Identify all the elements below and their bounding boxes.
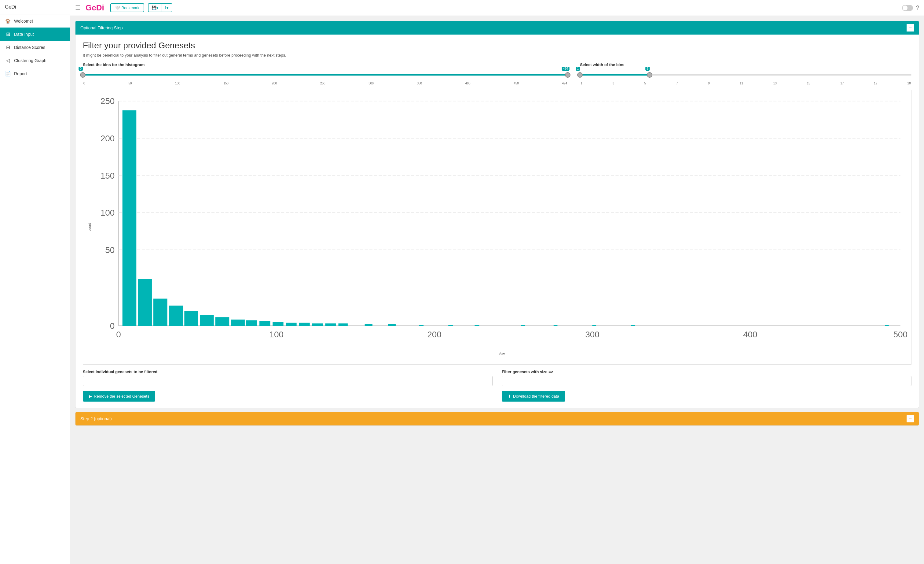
svg-rect-19	[123, 110, 136, 326]
svg-rect-41	[554, 325, 558, 326]
main-content: Optional Filtering Step − Filter your pr…	[70, 16, 924, 564]
svg-rect-28	[260, 321, 270, 326]
collapse-step2-button[interactable]: −	[907, 415, 914, 423]
topbar-right: ?	[902, 5, 919, 11]
help-icon[interactable]: ?	[916, 5, 919, 11]
menu-icon[interactable]: ☰	[75, 4, 81, 12]
inputs-row: Select individual genesets to be filtere…	[83, 370, 912, 386]
chart-y-label: count	[88, 223, 92, 232]
info-button[interactable]: ℹ ▾	[162, 4, 172, 12]
svg-rect-34	[338, 323, 347, 326]
bins-slider-right-thumb[interactable]: 494	[565, 72, 570, 78]
svg-rect-27	[246, 320, 257, 326]
sidebar-item-report[interactable]: 📄 Report	[0, 67, 70, 80]
app-name-sidebar: GeDi	[5, 4, 16, 9]
remove-btn-container: ▶ Remove the selected Genesets	[83, 391, 492, 402]
bins-slider-ticks: 0 50 100 150 200 250 300 350 400 450 494	[83, 82, 568, 85]
buttons-row: ▶ Remove the selected Genesets ⬇ Downloa…	[83, 391, 912, 402]
step2-title: Step 2 (optional)	[80, 416, 112, 421]
bins-slider-track	[83, 74, 568, 75]
filter-size-label: Filter genesets with size =>	[502, 370, 912, 374]
sidebar: GeDi 🏠 Welcome! ⊞ Data Input ⊟ Distance …	[0, 0, 70, 564]
step2-header: Step 2 (optional) −	[75, 412, 919, 426]
histogram-chart: count 250 200 150	[83, 90, 912, 365]
sidebar-item-welcome[interactable]: 🏠 Welcome!	[0, 14, 70, 27]
brand-logo: GeDi	[86, 3, 104, 12]
svg-rect-42	[592, 325, 596, 326]
save-button[interactable]: 💾 ▾	[148, 4, 162, 12]
filter-panel-body: Filter your provided Genesets It might b…	[75, 35, 919, 408]
dropdown-arrow-info: ▾	[166, 6, 169, 10]
svg-rect-43	[631, 325, 635, 326]
svg-rect-29	[273, 322, 283, 326]
svg-rect-31	[299, 323, 309, 326]
bookmark-icon: 🤍	[115, 6, 120, 10]
bookmark-button[interactable]: 🤍 Bookmark	[110, 3, 144, 12]
svg-text:100: 100	[270, 330, 284, 339]
filter-panel-title: Optional Filtering Step	[80, 26, 123, 30]
clustering-icon: ◁	[5, 57, 11, 63]
chart-svg: 250 200 150 100 50 0 0	[95, 93, 908, 349]
bins-slider-group: Select the bins for the histogram 0	[83, 62, 568, 85]
sidebar-item-data-input[interactable]: ⊞ Data Input	[0, 27, 70, 41]
svg-rect-25	[215, 317, 230, 326]
width-slider-track	[580, 74, 912, 75]
bins-right-badge: 494	[562, 67, 570, 71]
save-icon: 💾	[152, 6, 156, 10]
svg-rect-26	[231, 320, 245, 326]
width-left-badge: 1	[576, 67, 580, 71]
svg-rect-32	[312, 323, 322, 326]
svg-rect-22	[169, 305, 183, 326]
bins-slider-fill	[83, 74, 568, 75]
download-filtered-button[interactable]: ⬇ Download the filtered data	[502, 391, 565, 402]
width-slider-right-thumb[interactable]: 5	[647, 72, 652, 78]
filter-size-input[interactable]	[502, 376, 912, 386]
width-slider-container: 1 5	[580, 69, 912, 81]
width-slider-left-thumb[interactable]: 1	[577, 72, 583, 78]
sliders-row: Select the bins for the histogram 0	[83, 62, 912, 85]
sidebar-item-clustering-graph[interactable]: ◁ Clustering Graph	[0, 54, 70, 67]
filter-heading: Filter your provided Genesets	[83, 41, 912, 50]
width-slider-group: Select width of the bins 1	[580, 62, 912, 85]
svg-rect-40	[521, 325, 525, 326]
select-genesets-group: Select individual genesets to be filtere…	[83, 370, 492, 386]
svg-text:0: 0	[116, 330, 121, 339]
svg-text:200: 200	[427, 330, 441, 339]
svg-text:200: 200	[100, 134, 115, 143]
dropdown-arrow-save: ▾	[156, 6, 159, 10]
bins-slider-label: Select the bins for the histogram	[83, 62, 568, 67]
topbar: ☰ GeDi 🤍 Bookmark 💾 ▾ ℹ ▾ ?	[70, 0, 924, 16]
report-icon: 📄	[5, 71, 11, 77]
sidebar-item-distance-scores[interactable]: ⊟ Distance Scores	[0, 41, 70, 54]
data-input-icon: ⊞	[5, 31, 11, 37]
theme-toggle[interactable]	[902, 5, 913, 11]
filter-subtitle: It might be beneficial to your analysis …	[83, 53, 912, 57]
svg-rect-38	[448, 325, 453, 326]
chart-x-label: Size	[95, 352, 908, 355]
svg-rect-21	[153, 299, 168, 326]
sidebar-label-distance: Distance Scores	[14, 45, 45, 50]
svg-text:150: 150	[100, 171, 115, 180]
svg-text:500: 500	[893, 330, 907, 339]
distance-icon: ⊟	[5, 44, 11, 50]
svg-text:400: 400	[743, 330, 757, 339]
width-slider-label: Select width of the bins	[580, 62, 912, 67]
svg-text:50: 50	[105, 245, 115, 255]
svg-rect-37	[419, 325, 423, 326]
filter-panel-header: Optional Filtering Step −	[75, 21, 919, 35]
svg-rect-24	[200, 315, 214, 326]
collapse-filter-button[interactable]: −	[907, 24, 914, 32]
svg-text:300: 300	[585, 330, 599, 339]
filter-size-group: Filter genesets with size =>	[502, 370, 912, 386]
select-genesets-input[interactable]	[83, 376, 492, 386]
width-slider-fill	[580, 74, 650, 75]
select-genesets-label: Select individual genesets to be filtere…	[83, 370, 492, 374]
bins-left-badge: 0	[78, 67, 83, 71]
svg-rect-36	[388, 324, 396, 326]
download-label: Download the filtered data	[513, 394, 559, 399]
remove-genesets-button[interactable]: ▶ Remove the selected Genesets	[83, 391, 155, 402]
width-slider-ticks: 1 3 5 7 9 11 13 15 17 19 20	[580, 82, 912, 85]
width-right-badge: 5	[645, 67, 650, 71]
svg-rect-23	[184, 311, 198, 326]
bins-slider-left-thumb[interactable]: 0	[80, 72, 86, 78]
